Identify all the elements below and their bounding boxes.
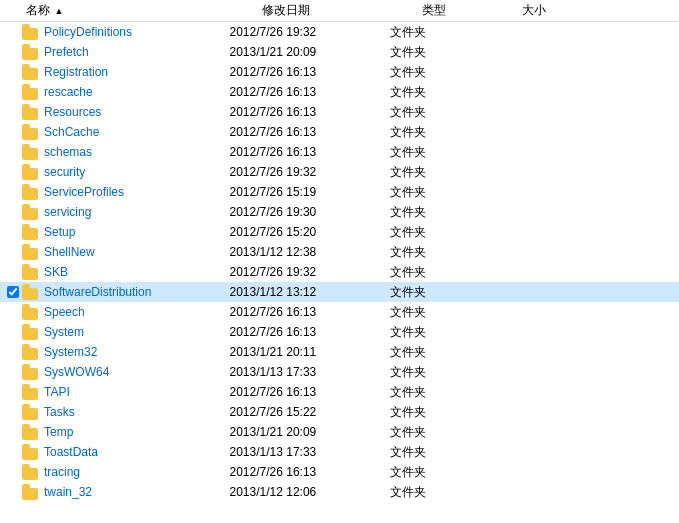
file-type: 文件夹 bbox=[390, 384, 490, 401]
file-name[interactable]: PolicyDefinitions bbox=[44, 25, 230, 39]
file-date: 2012/7/26 16:13 bbox=[230, 385, 390, 399]
file-date: 2012/7/26 19:32 bbox=[230, 165, 390, 179]
folder-icon bbox=[22, 244, 40, 260]
row-checkbox[interactable] bbox=[4, 286, 22, 298]
file-date: 2012/7/26 15:19 bbox=[230, 185, 390, 199]
table-row[interactable]: PolicyDefinitions2012/7/26 19:32文件夹 bbox=[0, 22, 679, 42]
table-row[interactable]: Tasks2012/7/26 15:22文件夹 bbox=[0, 402, 679, 422]
table-row[interactable]: tracing2012/7/26 16:13文件夹 bbox=[0, 462, 679, 482]
table-row[interactable]: servicing2012/7/26 19:30文件夹 bbox=[0, 202, 679, 222]
table-row[interactable]: Speech2012/7/26 16:13文件夹 bbox=[0, 302, 679, 322]
file-type: 文件夹 bbox=[390, 124, 490, 141]
file-type: 文件夹 bbox=[390, 304, 490, 321]
file-type: 文件夹 bbox=[390, 284, 490, 301]
file-date: 2012/7/26 16:13 bbox=[230, 325, 390, 339]
file-name[interactable]: SoftwareDistribution bbox=[44, 285, 230, 299]
table-row[interactable]: SoftwareDistribution2013/1/12 13:12文件夹 bbox=[0, 282, 679, 302]
file-list[interactable]: PolicyDefinitions2012/7/26 19:32文件夹Prefe… bbox=[0, 22, 679, 523]
file-type: 文件夹 bbox=[390, 224, 490, 241]
table-row[interactable]: System322013/1/21 20:11文件夹 bbox=[0, 342, 679, 362]
file-name[interactable]: TAPI bbox=[44, 385, 230, 399]
folder-icon bbox=[22, 424, 40, 440]
column-header[interactable]: 名称 ▲ 修改日期 类型 大小 bbox=[0, 0, 679, 22]
file-name[interactable]: ServiceProfiles bbox=[44, 185, 230, 199]
file-name[interactable]: schemas bbox=[44, 145, 230, 159]
file-date: 2012/7/26 19:32 bbox=[230, 25, 390, 39]
folder-icon bbox=[22, 464, 40, 480]
table-row[interactable]: SchCache2012/7/26 16:13文件夹 bbox=[0, 122, 679, 142]
folder-icon bbox=[22, 184, 40, 200]
folder-icon bbox=[22, 324, 40, 340]
column-date[interactable]: 修改日期 bbox=[262, 2, 422, 19]
file-type: 文件夹 bbox=[390, 64, 490, 81]
file-name[interactable]: tracing bbox=[44, 465, 230, 479]
file-name[interactable]: security bbox=[44, 165, 230, 179]
file-name[interactable]: SysWOW64 bbox=[44, 365, 230, 379]
column-type[interactable]: 类型 bbox=[422, 2, 522, 19]
table-row[interactable]: ServiceProfiles2012/7/26 15:19文件夹 bbox=[0, 182, 679, 202]
folder-icon bbox=[22, 404, 40, 420]
file-date: 2012/7/26 15:22 bbox=[230, 405, 390, 419]
file-type: 文件夹 bbox=[390, 84, 490, 101]
folder-icon bbox=[22, 24, 40, 40]
file-type: 文件夹 bbox=[390, 424, 490, 441]
file-name[interactable]: Temp bbox=[44, 425, 230, 439]
file-name[interactable]: Prefetch bbox=[44, 45, 230, 59]
file-name[interactable]: ToastData bbox=[44, 445, 230, 459]
file-date: 2012/7/26 19:30 bbox=[230, 205, 390, 219]
column-name[interactable]: 名称 ▲ bbox=[22, 2, 262, 19]
table-row[interactable]: Registration2012/7/26 16:13文件夹 bbox=[0, 62, 679, 82]
file-type: 文件夹 bbox=[390, 464, 490, 481]
table-row[interactable]: Temp2013/1/21 20:09文件夹 bbox=[0, 422, 679, 442]
file-name[interactable]: SchCache bbox=[44, 125, 230, 139]
file-type: 文件夹 bbox=[390, 484, 490, 501]
file-type: 文件夹 bbox=[390, 444, 490, 461]
file-date: 2012/7/26 19:32 bbox=[230, 265, 390, 279]
file-name[interactable]: twain_32 bbox=[44, 485, 230, 499]
file-name[interactable]: rescache bbox=[44, 85, 230, 99]
file-name[interactable]: Registration bbox=[44, 65, 230, 79]
file-date: 2013/1/21 20:09 bbox=[230, 425, 390, 439]
file-name[interactable]: SKB bbox=[44, 265, 230, 279]
file-type: 文件夹 bbox=[390, 364, 490, 381]
table-row[interactable]: twain_322013/1/12 12:06文件夹 bbox=[0, 482, 679, 502]
table-row[interactable]: SysWOW642013/1/13 17:33文件夹 bbox=[0, 362, 679, 382]
file-date: 2013/1/13 17:33 bbox=[230, 445, 390, 459]
table-row[interactable]: schemas2012/7/26 16:13文件夹 bbox=[0, 142, 679, 162]
file-explorer: 名称 ▲ 修改日期 类型 大小 PolicyDefinitions2012/7/… bbox=[0, 0, 679, 523]
table-row[interactable]: Resources2012/7/26 16:13文件夹 bbox=[0, 102, 679, 122]
table-row[interactable]: SKB2012/7/26 19:32文件夹 bbox=[0, 262, 679, 282]
file-name[interactable]: System32 bbox=[44, 345, 230, 359]
folder-icon bbox=[22, 224, 40, 240]
table-row[interactable]: TAPI2012/7/26 16:13文件夹 bbox=[0, 382, 679, 402]
table-row[interactable]: Prefetch2013/1/21 20:09文件夹 bbox=[0, 42, 679, 62]
checkbox-input[interactable] bbox=[7, 286, 19, 298]
file-name[interactable]: Resources bbox=[44, 105, 230, 119]
table-row[interactable]: rescache2012/7/26 16:13文件夹 bbox=[0, 82, 679, 102]
file-date: 2012/7/26 16:13 bbox=[230, 125, 390, 139]
folder-icon bbox=[22, 124, 40, 140]
file-date: 2013/1/12 12:06 bbox=[230, 485, 390, 499]
table-row[interactable]: ShellNew2013/1/12 12:38文件夹 bbox=[0, 242, 679, 262]
file-name[interactable]: ShellNew bbox=[44, 245, 230, 259]
file-name[interactable]: Tasks bbox=[44, 405, 230, 419]
table-row[interactable]: security2012/7/26 19:32文件夹 bbox=[0, 162, 679, 182]
file-name[interactable]: Setup bbox=[44, 225, 230, 239]
table-row[interactable]: Setup2012/7/26 15:20文件夹 bbox=[0, 222, 679, 242]
file-date: 2013/1/13 17:33 bbox=[230, 365, 390, 379]
file-name[interactable]: servicing bbox=[44, 205, 230, 219]
file-type: 文件夹 bbox=[390, 184, 490, 201]
file-type: 文件夹 bbox=[390, 344, 490, 361]
folder-icon bbox=[22, 264, 40, 280]
file-date: 2012/7/26 16:13 bbox=[230, 145, 390, 159]
column-size[interactable]: 大小 bbox=[522, 2, 675, 19]
folder-icon bbox=[22, 204, 40, 220]
folder-icon bbox=[22, 364, 40, 380]
table-row[interactable]: ToastData2013/1/13 17:33文件夹 bbox=[0, 442, 679, 462]
folder-icon bbox=[22, 344, 40, 360]
file-name[interactable]: Speech bbox=[44, 305, 230, 319]
table-row[interactable]: System2012/7/26 16:13文件夹 bbox=[0, 322, 679, 342]
folder-icon bbox=[22, 84, 40, 100]
folder-icon bbox=[22, 104, 40, 120]
file-name[interactable]: System bbox=[44, 325, 230, 339]
